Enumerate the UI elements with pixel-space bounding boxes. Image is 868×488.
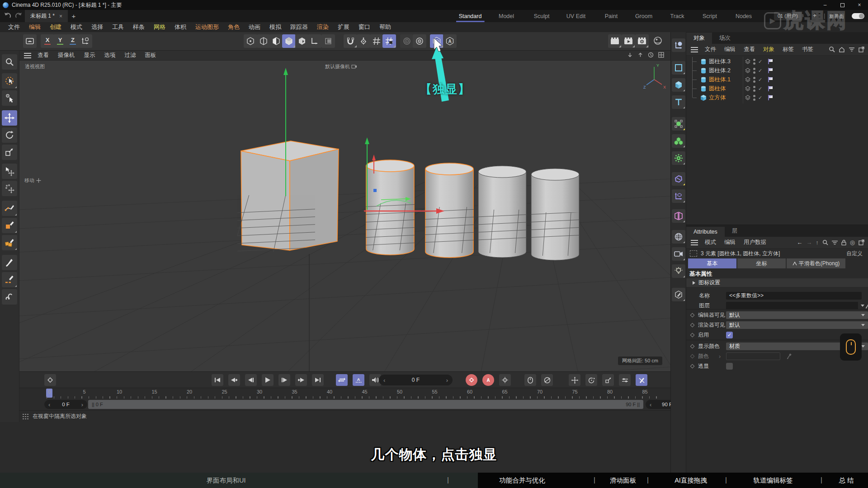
object-name[interactable]: 圆柱体 (709, 85, 744, 93)
array-generator-group[interactable] (672, 134, 685, 148)
goto-end-button[interactable] (312, 374, 324, 386)
knife-tool[interactable] (2, 272, 17, 287)
workplane-axis-button[interactable] (308, 34, 321, 48)
layout-tab-standard[interactable]: Standard (456, 10, 485, 22)
key-scale-button[interactable] (602, 374, 614, 386)
document-tab[interactable]: 未标题 1 * × (25, 10, 68, 22)
viewport-hamburger-icon[interactable] (24, 53, 31, 58)
record-keyframe-icon[interactable] (44, 374, 56, 386)
layout-tab-paint[interactable]: Paint (602, 10, 621, 22)
new-tab-button[interactable]: + (69, 11, 79, 21)
xray-checkbox[interactable] (726, 363, 733, 370)
om-external-window-icon[interactable] (859, 47, 864, 52)
icon-settings-group[interactable]: 图标设置 (686, 278, 868, 287)
chapter-item-4[interactable]: 轨道编辑标签 (754, 476, 793, 485)
menu-item-17[interactable]: 帮助 (375, 23, 396, 31)
current-frame-field[interactable]: ‹ 0 F › (379, 375, 453, 385)
section-tab-phong[interactable]: 平滑着色(Phong) (787, 258, 845, 268)
subdivision-surface-group[interactable] (672, 117, 685, 131)
coordinate-system-button[interactable] (79, 34, 92, 48)
layer-chevron-icon[interactable] (861, 305, 864, 307)
menu-item-8[interactable]: 体积 (170, 23, 191, 31)
attr-menu-0[interactable]: 模式 (701, 239, 720, 246)
workplane-grid-button[interactable] (370, 34, 383, 48)
maximize-view-icon[interactable] (637, 52, 643, 58)
menu-item-14[interactable]: 渲染 (312, 23, 333, 31)
om-filter-icon[interactable] (849, 47, 855, 52)
object-name[interactable]: 圆柱体.1 (709, 76, 744, 84)
om-menu-0[interactable]: 文件 (701, 46, 720, 53)
lock-z-axis-button[interactable]: Z (66, 34, 80, 48)
menu-item-3[interactable]: 模式 (66, 23, 87, 31)
autokey-mode-button[interactable]: A (353, 374, 364, 386)
points-mode-button[interactable] (244, 34, 257, 48)
menu-item-4[interactable]: 选择 (87, 23, 108, 31)
layout-tab-track[interactable]: Track (668, 10, 687, 22)
editor-visibility-dropdown[interactable]: 默认 (726, 311, 868, 319)
menu-item-1[interactable]: 编辑 (24, 23, 45, 31)
visibility-dots-icon[interactable] (753, 86, 755, 92)
enabled-check-icon[interactable]: ✓ (758, 68, 762, 74)
visibility-dots-icon[interactable] (753, 68, 755, 74)
menu-item-16[interactable]: 窗口 (354, 23, 375, 31)
selection-move-tool[interactable] (2, 164, 17, 179)
attr-hamburger-icon[interactable] (691, 240, 698, 245)
attr-filter-icon[interactable] (832, 240, 838, 245)
live-selection-tool[interactable] (2, 73, 17, 89)
render-view-button[interactable] (608, 34, 622, 48)
spline-primitive-group[interactable] (672, 61, 685, 75)
keying-settings-button[interactable] (499, 374, 511, 386)
key-pla-button[interactable] (636, 374, 647, 386)
object-name[interactable]: 圆柱体.2 (709, 67, 744, 75)
key-parameter-button[interactable] (619, 374, 631, 386)
timeline-range-slider[interactable]: || 0 F 90 F || (88, 400, 643, 409)
section-tab-coordinates[interactable]: 坐标 (737, 258, 786, 268)
enabled-check-icon[interactable]: ✓ (758, 86, 762, 92)
layer-icon[interactable] (745, 86, 750, 91)
layer-input[interactable] (726, 302, 858, 310)
polygon-pen-tool[interactable] (2, 235, 17, 250)
light-group[interactable] (672, 264, 685, 278)
phong-tag-icon[interactable] (768, 76, 774, 83)
om-menu-4[interactable]: 标签 (778, 46, 798, 53)
attr-lock-icon[interactable] (841, 239, 846, 245)
color-swatch[interactable] (726, 352, 780, 360)
tweak-tool[interactable] (2, 90, 17, 106)
menu-item-10[interactable]: 角色 (223, 23, 244, 31)
snap-settings-button[interactable] (357, 34, 370, 48)
om-menu-2[interactable]: 查看 (740, 46, 759, 53)
viewport-render-icon[interactable] (23, 34, 37, 48)
material-pen-group[interactable] (672, 288, 685, 301)
redo-icon[interactable] (14, 12, 23, 19)
close-button[interactable]: × (851, 0, 868, 10)
chapter-item-3[interactable]: AI直接拖拽 (675, 476, 707, 485)
color-picker-icon[interactable] (787, 353, 792, 359)
minimize-button[interactable]: – (816, 0, 834, 10)
lock-x-axis-button[interactable]: X (41, 34, 54, 48)
attr-external-window-icon[interactable] (859, 239, 864, 245)
render-settings-button[interactable] (635, 34, 649, 48)
layer-icon[interactable] (745, 77, 750, 82)
next-frame-button[interactable] (278, 374, 290, 386)
range-start-field[interactable]: ‹0 F› (44, 400, 87, 409)
rotate-tool[interactable] (2, 127, 17, 143)
attr-search-icon[interactable] (822, 239, 828, 245)
om-hamburger-icon[interactable] (691, 47, 698, 52)
menu-item-15[interactable]: 扩展 (333, 23, 354, 31)
play-button[interactable] (262, 374, 274, 386)
toggle-views-icon[interactable] (658, 52, 664, 58)
deformer-group[interactable] (672, 172, 685, 186)
om-home-icon[interactable] (839, 47, 845, 52)
section-tab-basic[interactable]: 基本 (688, 258, 736, 268)
attr-track-icon[interactable]: ◎ (850, 239, 855, 246)
goto-start-button[interactable] (212, 374, 223, 386)
timeline-ruler[interactable]: 051015202530354045505560657075808590 (19, 388, 670, 399)
view-history-icon[interactable] (648, 52, 654, 58)
camera-label[interactable]: 默认摄像机 (325, 63, 357, 70)
chapter-item-5[interactable]: 总 结 (839, 476, 854, 485)
om-menu-1[interactable]: 编辑 (720, 46, 740, 53)
layout-tab-sculpt[interactable]: Sculpt (531, 10, 552, 22)
next-key-button[interactable] (295, 374, 307, 386)
camera-group[interactable] (672, 247, 685, 261)
object-name[interactable]: 立方体 (709, 94, 744, 102)
